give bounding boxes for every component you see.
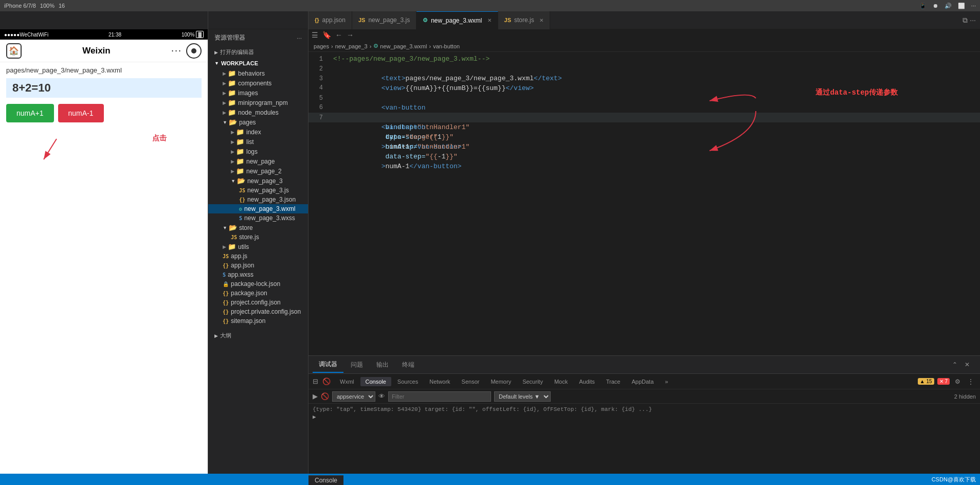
tab-network[interactable]: Network: [424, 377, 455, 386]
icon-audio: 🔊: [945, 3, 952, 9]
file-package-json[interactable]: {} package.json: [208, 289, 308, 298]
tab-close-icon[interactable]: ✕: [487, 17, 492, 23]
filter-input[interactable]: [388, 391, 491, 402]
breadcrumb-pages[interactable]: pages: [314, 43, 329, 49]
tab-mock[interactable]: Mock: [549, 377, 573, 386]
tab-trace[interactable]: Trace: [601, 377, 626, 386]
phone-btn-numA-plus[interactable]: numA+1: [6, 104, 54, 122]
tab-security[interactable]: Security: [517, 377, 548, 386]
folder-node-modules[interactable]: ▶ 📁 node_modules: [208, 107, 308, 117]
workplace-arrow: ▼: [214, 61, 219, 66]
tab-sources[interactable]: Sources: [392, 377, 423, 386]
tab-output[interactable]: 输出: [370, 357, 395, 372]
split-editor-icon[interactable]: ⧉: [963, 16, 968, 25]
folder-arrow: ▶: [223, 71, 226, 76]
folder-pages[interactable]: ▼ 📂 pages: [208, 117, 308, 127]
folder-behaviors[interactable]: ▶ 📁 behaviors: [208, 68, 308, 78]
file-project-private-config-json[interactable]: {} project.private.config.json: [208, 307, 308, 316]
appservice-select[interactable]: appservice: [332, 391, 375, 402]
tab-audits[interactable]: Audits: [574, 377, 600, 386]
js-file-icon: JS: [239, 188, 245, 193]
tab-problems[interactable]: 问题: [344, 357, 369, 372]
phone-more-icon[interactable]: ···: [171, 45, 182, 56]
folder-miniprogram-npm[interactable]: ▶ 📁 miniprogram_npm: [208, 98, 308, 107]
folder-arrow: ▶: [223, 110, 226, 115]
tab-sensor[interactable]: Sensor: [457, 377, 485, 386]
hamburger-icon[interactable]: ☰: [312, 31, 318, 39]
folder-components[interactable]: ▶ 📁 components: [208, 78, 308, 88]
open-editors-section[interactable]: ▶ 打开的编辑器: [208, 46, 308, 58]
icon-phone: 📱: [919, 3, 927, 9]
console-nav-icon[interactable]: ▶: [313, 392, 318, 400]
tab-close-icon[interactable]: ✕: [539, 17, 543, 23]
workplace-label: WORKPLACE: [221, 60, 258, 66]
folder-index[interactable]: ▶ 📁 index: [208, 127, 308, 137]
file-app-wxss[interactable]: S app.wxss: [208, 270, 308, 279]
file-store-js[interactable]: JS store.js: [208, 232, 308, 242]
console-expand-icon[interactable]: ▶: [313, 413, 976, 421]
file-label: app.js: [231, 253, 247, 260]
tab-terminal[interactable]: 终端: [396, 357, 421, 372]
file-new-page-3-wxss[interactable]: S new_page_3.wxss: [208, 213, 308, 223]
explorer-more-icon[interactable]: ···: [297, 34, 302, 42]
folder-icon: 📁: [236, 128, 244, 136]
tab-store-js[interactable]: JS store.js ✕: [498, 11, 550, 29]
tab-app-json[interactable]: {} app.json: [308, 11, 352, 29]
collapse-icon[interactable]: ⌃: [950, 360, 959, 369]
nav-back-icon[interactable]: ←: [335, 31, 342, 39]
tab-wxml[interactable]: Wxml: [335, 377, 359, 386]
folder-new-page-3[interactable]: ▼ 📂 new_page_3: [208, 176, 308, 186]
folder-images[interactable]: ▶ 📁 images: [208, 88, 308, 98]
file-new-page-3-wxml[interactable]: ⚙ new_page_3.wxml: [208, 204, 308, 213]
file-sitemap-json[interactable]: {} sitemap.json: [208, 316, 308, 326]
console-stop-icon[interactable]: 🚫: [321, 392, 329, 400]
home-icon[interactable]: 🏠: [6, 43, 22, 59]
folder-logs[interactable]: ▶ 📁 logs: [208, 147, 308, 156]
phone-annotation-area: 点击: [0, 129, 208, 175]
folder-new-page-2[interactable]: ▶ 📁 new_page_2: [208, 166, 308, 176]
file-project-config-json[interactable]: {} project.config.json: [208, 298, 308, 307]
file-app-js[interactable]: JS app.js: [208, 252, 308, 261]
settings-icon[interactable]: ⚙: [953, 377, 963, 386]
phone-btn-numA-minus[interactable]: numA-1: [58, 104, 104, 122]
tab-appdata[interactable]: AppData: [626, 377, 659, 386]
more-console-icon[interactable]: ⋮: [966, 377, 976, 386]
eye-icon[interactable]: 👁: [378, 392, 385, 400]
breadcrumb-new-page-3[interactable]: new_page_3: [335, 43, 368, 49]
code-editor[interactable]: 1 <!--pages/new_page_3/new_page_3.wxml--…: [308, 52, 980, 355]
folder-arrow: ▶: [231, 139, 234, 145]
console-sidebar-icon[interactable]: ⊟: [313, 378, 318, 385]
more-actions-icon[interactable]: ···: [970, 16, 976, 24]
file-package-lock-json[interactable]: 🔒 package-lock.json: [208, 279, 308, 289]
breadcrumb-van-button[interactable]: van-button: [433, 43, 460, 49]
file-label: app.json: [231, 262, 254, 269]
workplace-section[interactable]: ▼ WORKPLACE: [208, 58, 308, 68]
level-select[interactable]: Default levels ▼: [494, 391, 551, 402]
breadcrumb-wxml[interactable]: ⚙ new_page_3.wxml: [373, 43, 427, 49]
file-new-page-3-json[interactable]: {} new_page_3.json: [208, 195, 308, 204]
tab-debugger[interactable]: 调试器: [313, 357, 343, 373]
tab-new-page-3-wxml[interactable]: ⚙ new_page_3.wxml ✕: [416, 11, 498, 29]
close-panel-icon[interactable]: ✕: [963, 360, 972, 369]
line-num: 6: [308, 103, 329, 113]
phone-record-btn[interactable]: [186, 43, 202, 59]
folder-list[interactable]: ▶ 📁 list: [208, 137, 308, 147]
folder-utils[interactable]: ▶ 📁 utils: [208, 242, 308, 252]
folder-label: new_page_2: [246, 168, 282, 175]
line-num: 4: [308, 83, 329, 93]
file-new-page-3-js[interactable]: JS new_page_3.js: [208, 186, 308, 195]
file-app-json[interactable]: {} app.json: [208, 261, 308, 270]
tab-more[interactable]: »: [660, 377, 673, 386]
bookmark-icon[interactable]: 🔖: [322, 31, 331, 39]
nav-forward-icon[interactable]: →: [347, 31, 354, 39]
folder-label: new_page: [246, 158, 275, 165]
tab-memory[interactable]: Memory: [485, 377, 516, 386]
outline-section[interactable]: ▶ 大纲: [208, 330, 308, 342]
console-no-entry-icon[interactable]: 🚫: [322, 378, 331, 385]
folder-icon: 📁: [236, 138, 244, 146]
folder-new-page[interactable]: ▶ 📁 new_page: [208, 156, 308, 166]
tab-new-page-3-js[interactable]: JS new_page_3.js: [352, 11, 416, 29]
tab-console[interactable]: Console: [360, 377, 391, 386]
folder-store[interactable]: ▼ 📂 store: [208, 223, 308, 232]
phone-battery-pct: 100%: [182, 32, 195, 38]
